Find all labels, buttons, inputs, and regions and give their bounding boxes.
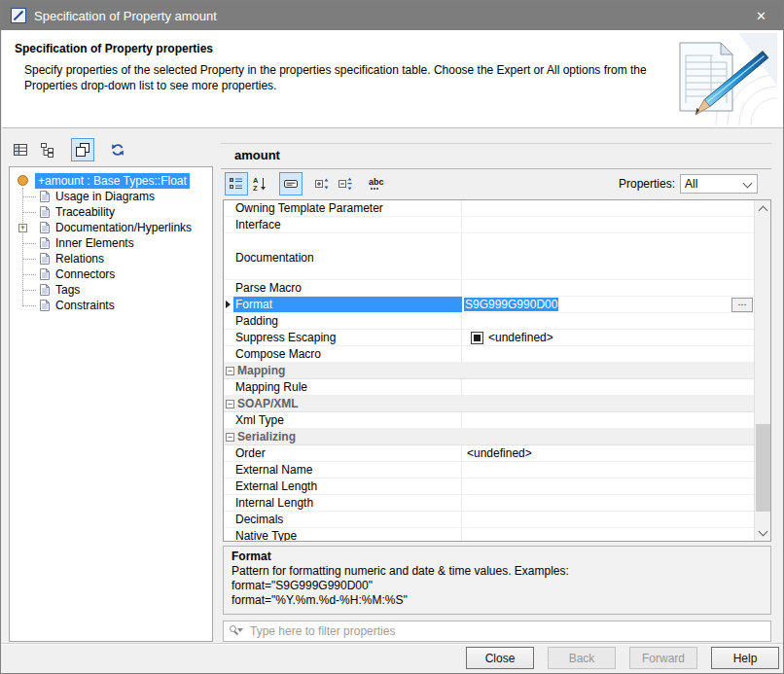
tree-item-inner-elements[interactable]: Inner Elements xyxy=(10,235,212,251)
properties-dropdown[interactable]: All xyxy=(680,174,758,194)
collapse-icon[interactable]: − xyxy=(226,367,234,375)
row-gutter xyxy=(224,330,233,345)
document-icon xyxy=(39,190,51,203)
table-row[interactable]: Decimals xyxy=(224,512,755,528)
property-value[interactable] xyxy=(462,346,755,362)
table-row[interactable]: Native Type xyxy=(224,528,755,542)
table-row[interactable]: Internal Length xyxy=(224,495,755,512)
stack-view-icon[interactable] xyxy=(71,138,94,161)
property-name: Interface xyxy=(233,217,462,232)
tree-item-relations[interactable]: Relations xyxy=(10,251,212,266)
property-value[interactable] xyxy=(462,200,755,216)
group-row-mapping[interactable]: − Mapping xyxy=(224,363,755,379)
help-button[interactable]: Help xyxy=(711,647,779,669)
table-row[interactable]: Mapping Rule xyxy=(224,379,755,396)
ellipsis-button[interactable]: ... xyxy=(731,298,753,312)
tree-connector xyxy=(23,274,36,275)
collapse-nodes-icon[interactable] xyxy=(334,172,357,195)
properties-view-icon[interactable] xyxy=(9,138,32,161)
show-abbreviations-icon[interactable]: abc xyxy=(365,172,388,195)
tree-item-connectors[interactable]: Connectors xyxy=(10,266,212,282)
collapse-icon[interactable]: − xyxy=(226,433,234,442)
tree-item-documentation-hyperlinks[interactable]: + Documentation/Hyperlinks xyxy=(10,220,212,235)
property-value[interactable] xyxy=(462,479,755,494)
description-line: Pattern for formatting numeric and date … xyxy=(232,564,763,579)
refresh-icon[interactable] xyxy=(106,138,129,161)
filter-bar[interactable] xyxy=(223,621,771,642)
specification-tree-panel[interactable]: +amount : Base Types::Float Usage in Dia… xyxy=(9,166,213,642)
close-button[interactable]: Close xyxy=(466,647,534,669)
property-value[interactable] xyxy=(462,495,755,511)
title-bar[interactable]: Specification of Property amount ✕ xyxy=(1,1,783,30)
property-value[interactable] xyxy=(462,232,755,280)
property-value[interactable]: <undefined> xyxy=(462,445,755,461)
properties-toolbar: A Z xyxy=(225,172,388,195)
containment-tree-icon[interactable] xyxy=(36,138,59,161)
property-name: External Length xyxy=(233,479,462,494)
table-row[interactable]: Interface xyxy=(224,217,755,233)
row-gutter xyxy=(224,313,233,329)
filter-input[interactable] xyxy=(248,623,770,639)
table-row[interactable]: Owning Template Parameter xyxy=(224,200,755,217)
row-gutter xyxy=(224,297,233,312)
property-value[interactable] xyxy=(462,280,755,296)
document-icon xyxy=(39,236,51,250)
alphabetical-sort-icon[interactable]: A Z xyxy=(248,172,271,195)
tree-root-item[interactable]: +amount : Base Types::Float xyxy=(10,172,212,189)
show-description-icon[interactable] xyxy=(279,172,303,195)
chevron-down-icon xyxy=(743,179,753,189)
tree-connector xyxy=(23,290,36,291)
property-value[interactable] xyxy=(462,528,755,542)
property-value[interactable] xyxy=(462,217,755,232)
footer-divider xyxy=(1,643,783,645)
expand-nodes-icon[interactable] xyxy=(310,172,334,195)
expand-icon[interactable]: + xyxy=(18,224,27,232)
tree-connector xyxy=(23,196,36,197)
property-value[interactable]: <undefined> xyxy=(462,330,755,345)
collapse-icon[interactable]: − xyxy=(226,400,234,408)
categorized-view-icon[interactable] xyxy=(225,172,248,195)
property-description-panel: Format Pattern for formatting numeric an… xyxy=(223,546,771,615)
table-row[interactable]: Order <undefined> xyxy=(224,445,755,462)
tree-item-constraints[interactable]: Constraints xyxy=(10,298,212,313)
group-row-serializing[interactable]: − Serializing xyxy=(224,429,755,445)
property-name: External Name xyxy=(233,462,462,478)
table-row[interactable]: Parse Macro xyxy=(224,280,755,297)
properties-dropdown-value: All xyxy=(685,177,697,191)
property-value[interactable] xyxy=(462,462,755,478)
table-row[interactable]: Suppress Escaping <undefined> xyxy=(224,330,755,346)
close-icon[interactable]: ✕ xyxy=(739,1,783,30)
table-row[interactable]: External Name xyxy=(224,462,755,479)
tree-item-tags[interactable]: Tags xyxy=(10,282,212,298)
table-row[interactable]: Compose Macro xyxy=(224,346,755,363)
svg-text:Z: Z xyxy=(253,184,258,192)
group-label: SOAP/XML xyxy=(237,397,299,410)
document-icon xyxy=(39,252,51,266)
format-value-editor[interactable]: S9G999G990D00 ... xyxy=(462,297,755,312)
window-title: Specification of Property amount xyxy=(34,9,217,23)
scroll-down-icon[interactable] xyxy=(755,524,771,541)
properties-mode-control: Properties: All xyxy=(619,174,758,194)
search-icon[interactable] xyxy=(229,624,244,638)
tree-connector xyxy=(23,212,36,213)
checkbox-indeterminate-icon[interactable] xyxy=(471,332,483,344)
scroll-up-icon[interactable] xyxy=(755,200,771,217)
table-row[interactable]: Documentation xyxy=(224,233,755,280)
table-row[interactable]: Xml Type xyxy=(224,412,755,429)
tree-item-traceability[interactable]: Traceability xyxy=(10,204,212,220)
specification-dialog: Specification of Property amount ✕ Speci… xyxy=(0,0,784,674)
tree-item-label: Tags xyxy=(55,283,80,297)
property-value-editor[interactable]: S9G999G990D00 ... xyxy=(462,297,755,312)
table-row-selected-format[interactable]: Format S9G999G990D00 ... xyxy=(224,297,755,313)
group-row-soap-xml[interactable]: − SOAP/XML xyxy=(224,396,755,412)
property-value[interactable] xyxy=(462,412,755,428)
property-value[interactable] xyxy=(462,379,755,395)
table-scrollbar[interactable] xyxy=(754,200,770,541)
table-row[interactable]: Padding xyxy=(224,313,755,330)
property-value[interactable] xyxy=(462,512,755,527)
left-toolbar xyxy=(9,138,129,161)
property-value[interactable] xyxy=(462,313,755,329)
scrollbar-thumb[interactable] xyxy=(756,424,770,512)
tree-item-usage-in-diagrams[interactable]: Usage in Diagrams xyxy=(10,189,212,204)
table-row[interactable]: External Length xyxy=(224,479,755,495)
